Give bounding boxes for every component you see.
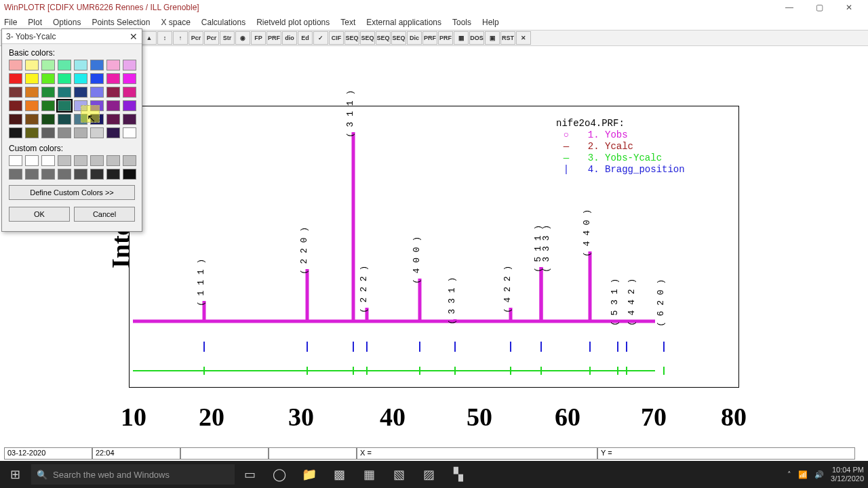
cancel-button[interactable]: Cancel	[74, 207, 135, 222]
basic-color-43[interactable]	[58, 127, 71, 138]
basic-color-8[interactable]	[9, 73, 22, 84]
toolbar-btn-25[interactable]: SEQ	[391, 31, 406, 45]
custom-color-9[interactable]	[25, 169, 39, 180]
custom-color-1[interactable]	[25, 155, 39, 166]
basic-color-13[interactable]	[90, 73, 104, 84]
basic-color-24[interactable]	[9, 100, 22, 111]
basic-color-46[interactable]	[106, 127, 120, 138]
toolbar-btn-28[interactable]: PRF	[438, 31, 453, 45]
menu-x-space[interactable]: X space	[161, 18, 190, 27]
file-explorer-icon[interactable]: 📁	[294, 461, 324, 488]
toolbar-btn-11[interactable]: ↑	[173, 31, 188, 45]
basic-color-35[interactable]	[58, 114, 71, 125]
task-view-icon[interactable]: ▭	[235, 461, 264, 488]
toolbar-btn-20[interactable]: ✓	[313, 31, 328, 45]
basic-color-31[interactable]	[123, 100, 136, 111]
color-dialog-close-icon[interactable]: ✕	[130, 31, 138, 42]
toolbar-btn-10[interactable]: ↕	[157, 31, 172, 45]
basic-color-45[interactable]	[90, 127, 104, 138]
toolbar-btn-32[interactable]: RST	[500, 31, 515, 45]
custom-color-5[interactable]	[90, 155, 104, 166]
toolbar-btn-24[interactable]: SEQ	[376, 31, 391, 45]
custom-color-3[interactable]	[58, 155, 71, 166]
toolbar-btn-33[interactable]: ✕	[516, 31, 531, 45]
custom-color-14[interactable]	[106, 169, 120, 180]
basic-color-9[interactable]	[25, 73, 39, 84]
custom-color-6[interactable]	[106, 155, 120, 166]
basic-color-36[interactable]	[74, 114, 87, 125]
toolbar-btn-29[interactable]: ▦	[454, 31, 469, 45]
custom-color-4[interactable]	[74, 155, 87, 166]
basic-color-20[interactable]	[74, 87, 87, 98]
basic-color-10[interactable]	[41, 73, 55, 84]
basic-color-33[interactable]	[25, 114, 39, 125]
menu-rietveld-plot-options[interactable]: Rietveld plot options	[256, 18, 330, 27]
basic-color-19[interactable]	[58, 87, 71, 98]
toolbar-btn-9[interactable]: ▲	[142, 31, 157, 45]
toolbar-btn-21[interactable]: CIF	[329, 31, 344, 45]
toolbar-btn-15[interactable]: ◉	[235, 31, 250, 45]
basic-color-28[interactable]	[74, 100, 87, 111]
toolbar-btn-17[interactable]: PRF	[267, 31, 281, 45]
basic-color-23[interactable]	[123, 87, 136, 98]
taskbar-search[interactable]: 🔍 Search the web and Windows	[31, 464, 235, 485]
system-tray[interactable]: ˄ 📶 🔊 10:04 PM 3/12/2020	[787, 466, 868, 483]
excel-icon[interactable]: ▩	[324, 461, 354, 488]
custom-color-13[interactable]	[90, 169, 104, 180]
basic-color-7[interactable]	[123, 60, 136, 70]
basic-color-12[interactable]	[74, 73, 87, 84]
define-custom-colors-button[interactable]: Define Custom Colors >>	[9, 185, 135, 200]
app-icon-1[interactable]: ▧	[384, 461, 414, 488]
basic-color-5[interactable]	[90, 60, 104, 70]
basic-color-14[interactable]	[106, 73, 120, 84]
menu-options[interactable]: Options	[53, 18, 81, 27]
toolbar-btn-19[interactable]: Ed	[298, 31, 313, 45]
menu-tools[interactable]: Tools	[452, 18, 471, 27]
basic-color-2[interactable]	[41, 60, 55, 70]
basic-color-37[interactable]	[90, 114, 104, 125]
basic-color-11[interactable]	[58, 73, 71, 84]
basic-color-47[interactable]	[123, 127, 136, 138]
start-button[interactable]: ⊞	[0, 461, 30, 488]
volume-icon[interactable]: 🔊	[814, 470, 824, 479]
basic-color-40[interactable]	[9, 127, 22, 138]
custom-color-0[interactable]	[9, 155, 22, 166]
menu-external-applications[interactable]: External applications	[366, 18, 441, 27]
toolbar-btn-31[interactable]: ▣	[485, 31, 500, 45]
toolbar-btn-22[interactable]: SEQ	[344, 31, 359, 45]
word-icon[interactable]: ▦	[354, 461, 384, 488]
basic-color-4[interactable]	[74, 60, 87, 70]
basic-color-1[interactable]	[25, 60, 39, 70]
app-icon-2[interactable]: ▨	[414, 461, 443, 488]
basic-color-29[interactable]	[90, 100, 104, 111]
custom-color-2[interactable]	[41, 155, 55, 166]
basic-color-26[interactable]	[41, 100, 55, 111]
custom-color-8[interactable]	[9, 169, 22, 180]
basic-color-21[interactable]	[90, 87, 104, 98]
custom-color-15[interactable]	[123, 169, 136, 180]
basic-color-15[interactable]	[123, 73, 136, 84]
ok-button[interactable]: OK	[9, 207, 70, 222]
basic-color-44[interactable]	[74, 127, 87, 138]
custom-color-10[interactable]	[41, 169, 55, 180]
menu-plot[interactable]: Plot	[28, 18, 42, 27]
chrome-icon[interactable]: ◯	[264, 461, 294, 488]
toolbar-btn-30[interactable]: DOS	[469, 31, 484, 45]
maximize-button[interactable]: ▢	[804, 0, 834, 15]
basic-color-22[interactable]	[106, 87, 120, 98]
basic-color-6[interactable]	[106, 60, 120, 70]
basic-color-41[interactable]	[25, 127, 39, 138]
custom-color-12[interactable]	[74, 169, 87, 180]
menu-calculations[interactable]: Calculations	[201, 18, 245, 27]
basic-color-32[interactable]	[9, 114, 22, 125]
toolbar-btn-16[interactable]: FP	[251, 31, 266, 45]
toolbar-btn-14[interactable]: Str	[220, 31, 235, 45]
close-button[interactable]: ✕	[834, 0, 864, 15]
menu-points-selection[interactable]: Points Selection	[92, 18, 150, 27]
toolbar-btn-27[interactable]: PRF	[422, 31, 437, 45]
basic-color-17[interactable]	[25, 87, 39, 98]
basic-color-42[interactable]	[41, 127, 55, 138]
tray-up-icon[interactable]: ˄	[787, 470, 791, 479]
basic-color-18[interactable]	[41, 87, 55, 98]
custom-color-7[interactable]	[123, 155, 136, 166]
